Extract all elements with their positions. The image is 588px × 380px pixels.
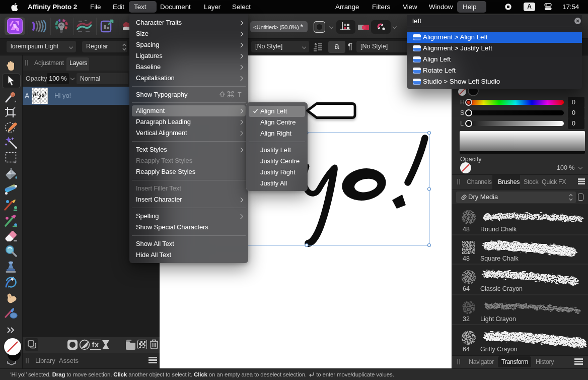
svg-text:Square Chalk: Square Chalk [480,255,519,262]
svg-text:64: 64 [463,346,470,353]
svg-text:Classic Crayon: Classic Crayon [480,285,523,292]
svg-text:Light Crayon: Light Crayon [480,315,516,323]
svg-text:32: 32 [463,315,470,323]
svg-text:Gritty Crayon: Gritty Crayon [480,346,518,353]
svg-text:Round Chalk: Round Chalk [480,226,517,233]
svg-text:48: 48 [463,255,470,262]
svg-text:48: 48 [463,226,470,233]
svg-text:64: 64 [463,285,470,292]
svg-text:T: T [238,91,242,98]
